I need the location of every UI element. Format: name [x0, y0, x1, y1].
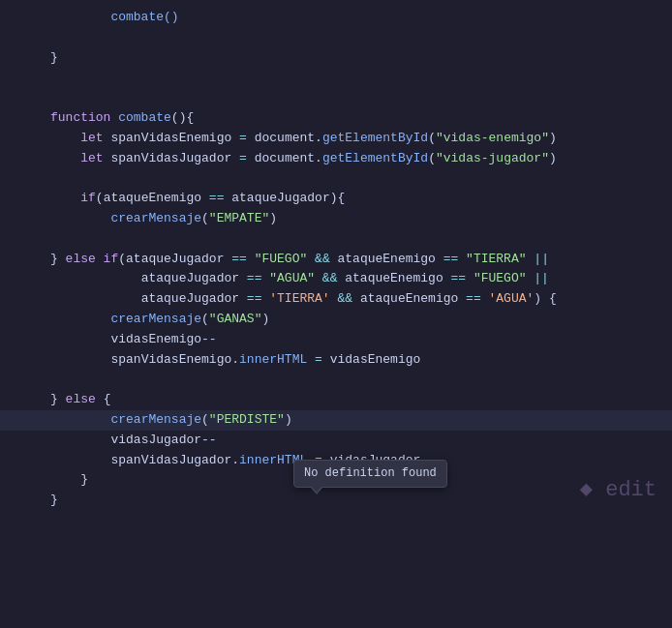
code-line	[0, 88, 672, 108]
code-line	[0, 229, 672, 250]
code-line: ataqueJugador == 'TIERRA' && ataqueEnemi…	[0, 289, 672, 310]
tooltip: No definition found	[293, 460, 447, 494]
code-editor: combate() } function combate(){ let span…	[0, 0, 672, 519]
code-line	[0, 28, 672, 48]
code-line: }	[0, 48, 672, 69]
tooltip-text: No definition found	[304, 466, 437, 480]
code-line: ataqueJugador == "AGUA" && ataqueEnemigo…	[0, 269, 672, 289]
code-line	[0, 68, 672, 88]
tooltip-arrow	[311, 488, 322, 494]
code-line-highlighted: crearMensaje("PERDISTE")	[0, 410, 672, 431]
code-line: crearMensaje("GANAS")	[0, 310, 672, 330]
code-line: spanVidasEnemigo.innerHTML = vidasEnemig…	[0, 350, 672, 371]
code-line: let spanVidasEnemigo = document.getEleme…	[0, 129, 672, 149]
code-line: combate()	[0, 8, 672, 28]
code-line: function combate(){	[0, 108, 672, 129]
code-line: if(ataqueEnemigo == ataqueJugador){	[0, 189, 672, 209]
code-line: } else {	[0, 390, 672, 410]
tooltip-arrow-inner	[312, 487, 321, 493]
code-line: } else if(ataqueJugador == "FUEGO" && at…	[0, 250, 672, 270]
code-line: crearMensaje("EMPATE")	[0, 209, 672, 229]
code-line: vidasJugador--	[0, 431, 672, 451]
code-line: let spanVidasJugador = document.getEleme…	[0, 149, 672, 169]
code-line: vidasEnemigo--	[0, 330, 672, 350]
code-line	[0, 168, 672, 189]
watermark: ◆ edit	[580, 473, 657, 507]
tooltip-box: No definition found	[293, 460, 447, 488]
code-line	[0, 370, 672, 390]
